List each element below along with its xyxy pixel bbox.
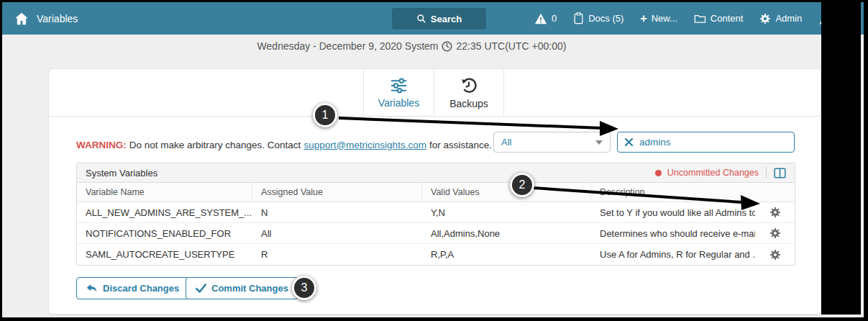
valid-values-cell: Y,N [422,202,591,222]
uncommitted-dot-icon [655,170,662,176]
clock-icon [442,41,452,52]
warning-message: WARNING: Do not make arbitrary changes. … [76,137,492,152]
variable-search-box [617,132,795,153]
folder-icon [694,13,706,24]
warning-label: WARNING: [76,140,127,150]
search-icon [416,14,426,24]
column-header-actions [755,183,795,202]
column-header-assigned-value[interactable]: Assigned Value [252,183,422,202]
variable-name-cell: NOTIFICATIONS_ENABLED_FOR [77,223,252,243]
history-icon [460,77,478,94]
system-date-text: Wednesday - December 9, 2020 System [257,40,439,52]
row-gear-button[interactable] [755,244,795,265]
warning-triangle-icon [534,13,547,24]
description-cell: Set to Y if you would like all Admins to… [591,202,755,222]
table-row: NOTIFICATIONS_ENABLED_FOR All All,Admins… [77,223,795,244]
admin-gear-icon [759,13,771,24]
warning-text: Do not make arbitrary changes. Contact [129,140,301,150]
valid-values-cell: R,P,A [422,244,591,265]
system-time-text: 22:35 UTC(UTC +00:00) [456,40,566,52]
nav-content[interactable]: Content [694,13,744,24]
screen: Variables Search 0 [0,0,868,321]
column-header-valid-values[interactable]: Valid Values [422,183,591,202]
dropdown-value: All [501,137,511,148]
divider [766,167,767,178]
alerts-count: 0 [552,13,557,24]
nav-docs[interactable]: Docs (5) [573,12,623,24]
tab-backups-label: Backups [449,98,488,109]
table-title-bar: System Variables Uncommitted Changes [77,163,795,183]
nav-admin[interactable]: Admin [759,13,802,24]
variable-name-cell: SAML_AUTOCREATE_USERTYPE [77,244,252,265]
system-variables-table: System Variables Uncommitted Changes Var… [76,163,795,266]
callout-2: 2 [510,173,534,197]
sliders-icon [390,78,408,94]
discard-changes-label: Discard Changes [103,283,179,294]
table-row: ALL_NEW_ADMINS_ARE_SYSTEM_... N Y,N Set … [77,202,795,223]
check-icon [196,284,206,293]
valid-values-cell: All,Admins,None [422,223,591,243]
admin-label: Admin [775,13,802,24]
page-title: Variables [37,13,78,24]
nav-alerts[interactable]: 0 [534,13,557,24]
description-cell: Determines who should receive e-mai... [591,223,755,243]
search-button-label: Search [431,14,462,24]
plus-icon: + [640,13,647,24]
variable-type-dropdown[interactable]: All [493,132,611,153]
column-header-description[interactable]: Description [591,183,755,202]
variables-card: Variables Backups WARNING: Do not make a… [48,68,821,315]
assigned-value-cell: N [252,202,422,222]
gear-icon [769,249,781,261]
discard-changes-button[interactable]: Discard Changes [76,277,189,299]
navbar-right: 0 Docs (5) + New... Content [534,2,831,35]
callout-1: 1 [313,103,337,127]
columns-icon[interactable] [774,168,786,178]
undo-icon [86,284,98,294]
variable-search-input[interactable] [639,137,787,148]
nav-new[interactable]: + New... [640,13,677,24]
content-label: Content [711,13,744,24]
row-gear-button[interactable] [755,202,795,222]
row-gear-button[interactable] [755,223,795,243]
search-button[interactable]: Search [392,8,486,30]
top-navbar: Variables Search 0 [2,2,864,35]
chevron-down-icon [595,140,603,145]
tab-backups[interactable]: Backups [434,69,504,117]
gear-icon [769,207,781,218]
column-header-variable-name[interactable]: Variable Name [77,183,252,202]
table-header-row: Variable Name Assigned Value Valid Value… [77,183,795,202]
tab-variables-label: Variables [378,97,419,109]
docs-icon [573,12,584,24]
assigned-value-cell: R [252,244,422,265]
docs-label: Docs (5) [588,13,623,24]
assigned-value-cell: All [252,223,422,243]
uncommitted-status: Uncommitted Changes [667,168,759,178]
commit-changes-button[interactable]: Commit Changes [186,277,298,299]
commit-changes-label: Commit Changes [211,283,288,294]
support-link[interactable]: support@metricinsights.com [303,140,426,150]
variable-name-cell: ALL_NEW_ADMINS_ARE_SYSTEM_... [77,202,252,222]
tab-strip: Variables Backups [49,69,821,117]
description-cell: Use A for Admins, R for Regular and ... [591,244,755,265]
warning-suffix: for assistance. [429,140,492,150]
table-row: SAML_AUTOCREATE_USERTYPE R R,P,A Use A f… [77,244,795,265]
redaction-bar [821,2,861,315]
table-title: System Variables [86,168,157,178]
tab-variables[interactable]: Variables [363,69,434,117]
callout-3: 3 [292,276,316,300]
gear-icon [769,227,781,239]
home-icon[interactable] [14,11,29,27]
clear-search-icon[interactable] [624,137,634,147]
system-time-bar: Wednesday - December 9, 2020 System 22:3… [2,40,821,52]
new-label: New... [652,13,677,24]
